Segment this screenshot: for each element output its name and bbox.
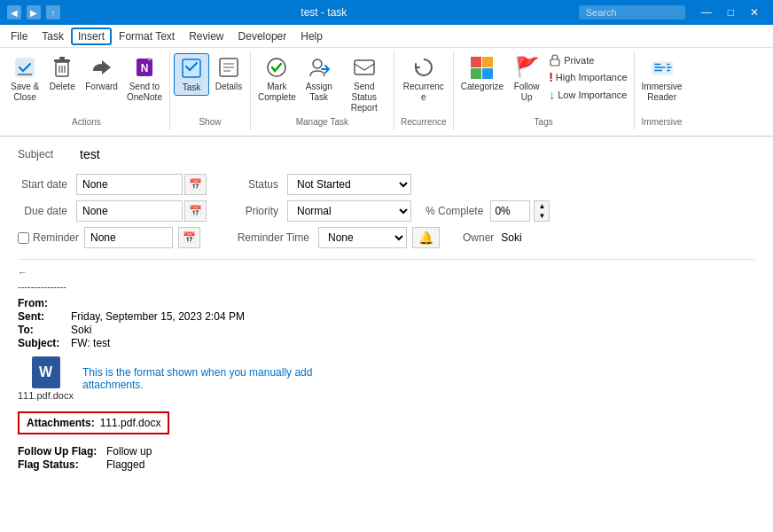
low-importance-button[interactable]: ↓ Low Importance (546, 87, 629, 103)
reminder-checkbox[interactable] (18, 232, 29, 244)
show-items: Task Details (174, 53, 246, 115)
close-button[interactable]: ✕ (743, 4, 766, 20)
reminder-date-picker[interactable]: 📅 (178, 227, 200, 248)
body-content: ← --------------- From: Sent: Friday, Se… (18, 259, 755, 471)
menu-help[interactable]: Help (293, 27, 330, 45)
subject-meta-value: FW: test (71, 337, 110, 349)
subject-meta-row: Subject: FW: test (18, 337, 755, 349)
svg-point-9 (313, 59, 322, 68)
assign-task-button[interactable]: Assign Task (301, 53, 337, 105)
menu-developer[interactable]: Developer (231, 27, 294, 45)
separator: --------------- (18, 281, 755, 292)
reminder-time-select[interactable]: None (318, 227, 407, 248)
save-close-button[interactable]: Save & Close (7, 53, 43, 105)
delete-label: Delete (50, 82, 75, 92)
maximize-button[interactable]: □ (721, 4, 741, 20)
categorize-icon (470, 55, 495, 80)
status-label: Status (233, 178, 282, 191)
ribbon-group-immersive: Immersive Reader Immersive (635, 51, 690, 130)
start-date-picker[interactable]: 📅 (184, 174, 207, 195)
mark-complete-icon (264, 55, 289, 80)
menu-review[interactable]: Review (182, 27, 230, 45)
priority-select[interactable]: Low Normal High (287, 200, 411, 222)
forward-icon[interactable]: ▶ (27, 5, 41, 20)
from-label: From: (18, 297, 71, 309)
sent-label: Sent: (18, 310, 71, 323)
minimize-button[interactable]: — (694, 4, 719, 20)
delete-icon (50, 55, 74, 80)
immersive-reader-icon (650, 55, 675, 80)
word-doc-icon: W (32, 356, 60, 388)
percent-up[interactable]: ▲ (535, 201, 549, 211)
send-onenote-icon: N (132, 55, 157, 80)
due-date-input[interactable] (76, 200, 183, 222)
high-importance-button[interactable]: ! High Importance (546, 69, 629, 85)
percent-input[interactable] (490, 200, 530, 222)
attachments-box: Attachments: 111.pdf.docx (18, 411, 169, 434)
subject-value: test (80, 147, 100, 161)
svg-rect-10 (355, 60, 374, 74)
attachment-icon[interactable]: W 111.pdf.docx (18, 356, 74, 401)
assign-task-label: Assign Task (306, 82, 332, 103)
send-status-label: Send Status Report (342, 82, 386, 113)
mark-complete-button[interactable]: Mark Complete (254, 53, 300, 105)
ribbon-group-actions: Save & Close Delete (4, 51, 170, 130)
attachments-highlighted-row: Attachments: 111.pdf.docx (18, 408, 755, 438)
followup-flag-label: Follow Up Flag: (18, 445, 106, 458)
send-status-button[interactable]: Send Status Report (339, 53, 390, 115)
details-button[interactable]: Details (211, 53, 246, 94)
immersive-items: Immersive Reader (638, 53, 686, 115)
save-close-icon (12, 55, 37, 80)
svg-rect-3 (59, 57, 65, 59)
start-date-group: 📅 (76, 174, 207, 195)
recurrence-icon (411, 55, 436, 80)
reminder-input[interactable] (84, 227, 173, 248)
start-date-input[interactable] (76, 174, 183, 195)
task-button[interactable]: Task (174, 53, 209, 96)
menu-task[interactable]: Task (35, 27, 71, 45)
show-label: Show (174, 117, 246, 129)
high-importance-icon: ! (549, 70, 553, 84)
flag-status-row: Flag Status: Flagged (18, 458, 755, 471)
followup-button[interactable]: 🚩 Follow Up (509, 53, 544, 105)
due-date-group: 📅 (76, 200, 207, 222)
ribbon-group-show: Task Details Show (170, 51, 251, 130)
immersive-reader-label: Immersive Reader (642, 82, 683, 103)
reminder-checkbox-label[interactable]: Reminder (18, 231, 79, 244)
owner-label: Owner (463, 231, 497, 244)
categorize-label: Categorize (461, 82, 504, 92)
recurrence-button[interactable]: Recurrence (398, 53, 449, 105)
owner-value: Soki (501, 231, 521, 244)
bell-button[interactable]: 🔔 (412, 227, 440, 248)
forward-button[interactable]: Forward (82, 53, 121, 94)
status-select[interactable]: Not Started In Progress Complete Waiting… (287, 174, 411, 195)
window-controls[interactable]: — □ ✕ (694, 4, 766, 20)
followup-flag-value: Follow up (106, 445, 152, 458)
from-row: From: (18, 297, 755, 309)
menu-format-text[interactable]: Format Text (112, 27, 182, 45)
back-icon[interactable]: ◀ (7, 5, 21, 20)
percent-down[interactable]: ▼ (535, 211, 549, 221)
attachment-note: This is the format shown when you manual… (82, 366, 348, 391)
categorize-button[interactable]: Categorize (457, 53, 507, 94)
send-onenote-button[interactable]: N Send to OneNote (123, 53, 166, 105)
menu-file[interactable]: File (4, 27, 35, 45)
recurrence-label: Recurrence (402, 82, 446, 103)
task-label: Task (183, 82, 201, 93)
search-input[interactable] (579, 5, 685, 20)
save-icon[interactable]: ↑ (46, 5, 60, 20)
percent-spinners: ▲ ▼ (534, 200, 550, 222)
sent-value: Friday, September 15, 2023 2:04 PM (71, 310, 245, 323)
private-button[interactable]: Private (546, 53, 629, 67)
immersive-label: Immersive (638, 117, 686, 129)
title-bar: ◀ ▶ ↑ test - task — □ ✕ (0, 0, 773, 25)
delete-button[interactable]: Delete (44, 53, 80, 94)
ribbon-group-recurrence: Recurrence Recurrence (394, 51, 454, 130)
due-date-picker[interactable]: 📅 (184, 200, 207, 222)
save-close-label: Save & Close (11, 82, 39, 103)
start-date-label: Start date (18, 178, 71, 191)
menu-insert[interactable]: Insert (71, 27, 112, 45)
followup-label: Follow Up (514, 82, 540, 103)
immersive-reader-button[interactable]: Immersive Reader (638, 53, 686, 105)
title-bar-icons[interactable]: ◀ ▶ ↑ (7, 5, 60, 20)
